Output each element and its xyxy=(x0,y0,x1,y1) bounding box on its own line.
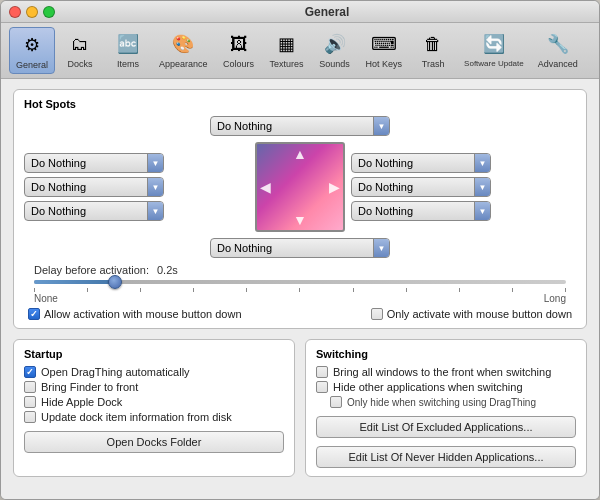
hot-spots-top: Do Nothing ▼ xyxy=(24,116,576,136)
allow-activation-checkbox[interactable] xyxy=(28,308,40,320)
top-select[interactable]: Do Nothing ▼ xyxy=(210,116,390,136)
left-select-1-text: Do Nothing xyxy=(31,157,147,169)
toolbar-label-items: Items xyxy=(117,59,139,69)
right-select-2-text: Do Nothing xyxy=(358,181,474,193)
maximize-button[interactable] xyxy=(43,6,55,18)
software-update-icon: 🔄 xyxy=(480,30,508,58)
toolbar-item-sounds[interactable]: 🔊 Sounds xyxy=(312,27,358,74)
toolbar-item-appearance[interactable]: 🎨 Appearance xyxy=(153,27,214,74)
right-select-2-arrow: ▼ xyxy=(474,178,490,196)
left-select-1[interactable]: Do Nothing ▼ xyxy=(24,153,164,173)
toolbar-item-software-update[interactable]: 🔄 Software Update xyxy=(458,27,530,74)
switching-checkbox-1[interactable] xyxy=(316,366,328,378)
preview-arrow-left: ◀ xyxy=(260,180,271,194)
title-bar: General xyxy=(1,1,599,23)
startup-checkbox-2[interactable] xyxy=(24,381,36,393)
startup-label-4: Update dock item information from disk xyxy=(41,411,232,423)
hot-spots-right: Do Nothing ▼ Do Nothing ▼ Do Nothing ▼ xyxy=(351,153,576,221)
right-select-2[interactable]: Do Nothing ▼ xyxy=(351,177,491,197)
trash-icon: 🗑 xyxy=(419,30,447,58)
hotkeys-icon: ⌨ xyxy=(370,30,398,58)
toolbar-item-trash[interactable]: 🗑 Trash xyxy=(410,27,456,74)
right-select-3[interactable]: Do Nothing ▼ xyxy=(351,201,491,221)
edit-excluded-label: Edit List Of Excluded Applications... xyxy=(359,421,532,433)
toolbar-item-hotkeys[interactable]: ⌨ Hot Keys xyxy=(360,27,409,74)
items-icon: 🔤 xyxy=(114,30,142,58)
edit-excluded-button[interactable]: Edit List Of Excluded Applications... xyxy=(316,416,576,438)
startup-label-1: Open DragThing automatically xyxy=(41,366,190,378)
hot-spots-title: Hot Spots xyxy=(24,98,576,110)
docks-icon: 🗂 xyxy=(66,30,94,58)
right-select-1-text: Do Nothing xyxy=(358,157,474,169)
activation-row: Allow activation with mouse button down … xyxy=(24,308,576,320)
startup-item-4: Update dock item information from disk xyxy=(24,411,284,423)
bottom-select[interactable]: Do Nothing ▼ xyxy=(210,238,390,258)
slider-long-label: Long xyxy=(544,293,566,304)
switching-label-2: Hide other applications when switching xyxy=(333,381,523,393)
textures-icon: ▦ xyxy=(273,30,301,58)
startup-checkbox-1[interactable] xyxy=(24,366,36,378)
toolbar-item-textures[interactable]: ▦ Textures xyxy=(264,27,310,74)
toolbar-label-colours: Colours xyxy=(223,59,254,69)
preview-arrow-down: ▼ xyxy=(293,213,307,227)
activation-left: Allow activation with mouse button down xyxy=(28,308,242,320)
switching-checkbox-2[interactable] xyxy=(316,381,328,393)
slider-container[interactable]: None Long xyxy=(24,280,576,304)
left-select-2-arrow: ▼ xyxy=(147,178,163,196)
toolbar-item-advanced[interactable]: 🔧 Advanced xyxy=(532,27,584,74)
switching-label-3: Only hide when switching using DragThing xyxy=(347,397,536,408)
close-button[interactable] xyxy=(9,6,21,18)
minimize-button[interactable] xyxy=(26,6,38,18)
slider-none-label: None xyxy=(34,293,58,304)
right-select-3-arrow: ▼ xyxy=(474,202,490,220)
only-activate-checkbox[interactable] xyxy=(371,308,383,320)
slider-track[interactable] xyxy=(34,280,566,284)
startup-checkbox-4[interactable] xyxy=(24,411,36,423)
bottom-select-arrow: ▼ xyxy=(373,239,389,257)
left-select-1-arrow: ▼ xyxy=(147,154,163,172)
allow-activation-label: Allow activation with mouse button down xyxy=(44,308,242,320)
toolbar-label-hotkeys: Hot Keys xyxy=(366,59,403,69)
slider-thumb[interactable] xyxy=(108,275,122,289)
startup-item-2: Bring Finder to front xyxy=(24,381,284,393)
open-docks-folder-button[interactable]: Open Docks Folder xyxy=(24,431,284,453)
hot-spots-section: Hot Spots Do Nothing ▼ Do Nothing ▼ Do xyxy=(13,89,587,329)
delay-label: Delay before activation: xyxy=(34,264,149,276)
hot-spots-left: Do Nothing ▼ Do Nothing ▼ Do Nothing ▼ xyxy=(24,153,249,221)
general-icon: ⚙ xyxy=(18,31,46,59)
toolbar-label-software-update: Software Update xyxy=(464,59,524,68)
startup-item-3: Hide Apple Dock xyxy=(24,396,284,408)
preview-arrow-up: ▲ xyxy=(293,147,307,161)
switching-label-1: Bring all windows to the front when swit… xyxy=(333,366,551,378)
left-select-2[interactable]: Do Nothing ▼ xyxy=(24,177,164,197)
toolbar-item-general[interactable]: ⚙ General xyxy=(9,27,55,74)
left-select-3[interactable]: Do Nothing ▼ xyxy=(24,201,164,221)
toolbar-label-advanced: Advanced xyxy=(538,59,578,69)
startup-title: Startup xyxy=(24,348,284,360)
activation-right: Only activate with mouse button down xyxy=(371,308,572,320)
open-docks-folder-label: Open Docks Folder xyxy=(107,436,202,448)
right-select-1[interactable]: Do Nothing ▼ xyxy=(351,153,491,173)
preview-arrow-right: ▶ xyxy=(329,180,340,194)
switching-item-1: Bring all windows to the front when swit… xyxy=(316,366,576,378)
edit-never-hidden-button[interactable]: Edit List Of Never Hidden Applications..… xyxy=(316,446,576,468)
toolbar-label-general: General xyxy=(16,60,48,70)
toolbar-label-docks: Docks xyxy=(68,59,93,69)
toolbar-item-items[interactable]: 🔤 Items xyxy=(105,27,151,74)
only-activate-label: Only activate with mouse button down xyxy=(387,308,572,320)
switching-checkbox-3[interactable] xyxy=(330,396,342,408)
switching-title: Switching xyxy=(316,348,576,360)
toolbar-item-docks[interactable]: 🗂 Docks xyxy=(57,27,103,74)
startup-item-1: Open DragThing automatically xyxy=(24,366,284,378)
edit-never-hidden-label: Edit List Of Never Hidden Applications..… xyxy=(348,451,543,463)
content-area: Hot Spots Do Nothing ▼ Do Nothing ▼ Do xyxy=(1,79,599,499)
toolbar-item-colours[interactable]: 🖼 Colours xyxy=(216,27,262,74)
toolbar: ⚙ General 🗂 Docks 🔤 Items 🎨 Appearance 🖼… xyxy=(1,23,599,79)
toolbar-label-textures: Textures xyxy=(270,59,304,69)
hot-spots-grid: Do Nothing ▼ Do Nothing ▼ Do Nothing ▼ ▲ xyxy=(24,142,576,232)
appearance-icon: 🎨 xyxy=(169,30,197,58)
startup-section: Startup Open DragThing automatically Bri… xyxy=(13,339,295,477)
advanced-icon: 🔧 xyxy=(544,30,572,58)
startup-checkbox-3[interactable] xyxy=(24,396,36,408)
delay-row: Delay before activation: 0.2s xyxy=(24,264,576,276)
